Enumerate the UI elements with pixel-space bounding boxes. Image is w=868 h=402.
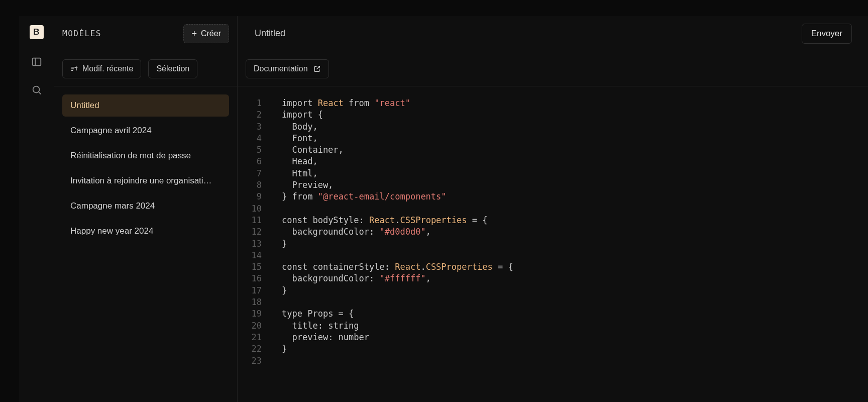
plus-icon: +: [191, 29, 197, 38]
search-icon[interactable]: [31, 84, 42, 95]
external-link-icon: [313, 65, 321, 73]
code-line[interactable]: [282, 355, 868, 367]
line-number: 8: [238, 179, 262, 191]
documentation-button[interactable]: Documentation: [246, 59, 329, 78]
line-number: 11: [238, 215, 262, 226]
template-item[interactable]: Campagne mars 2024: [62, 195, 229, 217]
code-line[interactable]: const bodyStyle: React.CSSProperties = {: [282, 215, 868, 226]
sort-icon: [70, 65, 78, 73]
code-line[interactable]: title: string: [282, 320, 868, 332]
send-label: Envoyer: [811, 29, 842, 38]
line-number: 10: [238, 203, 262, 215]
line-number: 19: [238, 308, 262, 320]
line-number: 2: [238, 109, 262, 121]
line-number: 3: [238, 121, 262, 133]
line-number: 9: [238, 191, 262, 203]
code-line[interactable]: Head,: [282, 156, 868, 167]
line-number: 5: [238, 144, 262, 156]
line-number: 14: [238, 250, 262, 261]
code-line[interactable]: }: [282, 343, 868, 355]
create-label: Créer: [201, 29, 221, 38]
icon-rail: B: [19, 16, 54, 402]
sidebar-title: MODÈLES: [62, 29, 101, 38]
code-line[interactable]: backgroundColor: "#ffffff",: [282, 273, 868, 284]
line-number: 12: [238, 226, 262, 238]
main: Untitled Envoyer Documentation 123456789…: [238, 16, 868, 402]
main-header: Untitled Envoyer: [238, 16, 868, 51]
code-line[interactable]: import {: [282, 109, 868, 121]
svg-line-3: [38, 92, 40, 94]
svg-rect-0: [32, 58, 41, 66]
line-number: 17: [238, 285, 262, 296]
code-line[interactable]: }: [282, 285, 868, 296]
sort-label: Modif. récente: [82, 64, 133, 73]
template-item[interactable]: Happy new year 2024: [62, 220, 229, 242]
line-number: 16: [238, 273, 262, 284]
code-line[interactable]: [282, 296, 868, 308]
code-line[interactable]: Container,: [282, 144, 868, 156]
line-number: 20: [238, 320, 262, 332]
line-number: 13: [238, 238, 262, 250]
code-line[interactable]: type Props = {: [282, 308, 868, 320]
template-item[interactable]: Campagne avril 2024: [62, 120, 229, 142]
line-number: 1: [238, 97, 262, 109]
sort-button[interactable]: Modif. récente: [62, 59, 141, 78]
line-number: 21: [238, 332, 262, 343]
code-line[interactable]: [282, 250, 868, 261]
svg-point-2: [33, 86, 39, 93]
line-number: 18: [238, 296, 262, 308]
logo[interactable]: B: [30, 25, 44, 39]
line-gutter: 1234567891011121314151617181920212223: [238, 97, 268, 402]
code-content[interactable]: import React from "react"import { Body, …: [268, 97, 868, 402]
template-item[interactable]: Untitled: [62, 94, 229, 117]
line-number: 22: [238, 343, 262, 355]
code-line[interactable]: Body,: [282, 121, 868, 133]
code-line[interactable]: Html,: [282, 168, 868, 179]
select-button[interactable]: Sélection: [148, 59, 197, 78]
sidebar-filters: Modif. récente Sélection: [54, 51, 237, 86]
line-number: 4: [238, 133, 262, 144]
line-number: 7: [238, 168, 262, 179]
line-number: 15: [238, 261, 262, 273]
line-number: 23: [238, 355, 262, 367]
code-line[interactable]: }: [282, 238, 868, 250]
code-line[interactable]: Font,: [282, 133, 868, 144]
code-line[interactable]: const containerStyle: React.CSSPropertie…: [282, 261, 868, 273]
code-line[interactable]: Preview,: [282, 179, 868, 191]
send-button[interactable]: Envoyer: [802, 24, 852, 44]
code-line[interactable]: [282, 203, 868, 215]
code-line[interactable]: preview: number: [282, 332, 868, 343]
sidebar-header: MODÈLES + Créer: [54, 16, 237, 51]
create-button[interactable]: + Créer: [183, 24, 229, 43]
line-number: 6: [238, 156, 262, 167]
code-line[interactable]: } from "@react-email/components": [282, 191, 868, 203]
template-item[interactable]: Réinitialisation de mot de passe: [62, 145, 229, 167]
code-line[interactable]: import React from "react": [282, 97, 868, 109]
code-editor[interactable]: 1234567891011121314151617181920212223 im…: [238, 86, 868, 402]
select-label: Sélection: [156, 64, 189, 73]
sidebar-toggle-icon[interactable]: [31, 56, 42, 67]
template-list: UntitledCampagne avril 2024Réinitialisat…: [54, 86, 237, 250]
docs-label: Documentation: [254, 64, 308, 73]
sidebar: MODÈLES + Créer Modif. récente Sélection: [54, 16, 238, 402]
template-item[interactable]: Invitation à rejoindre une organisati…: [62, 170, 229, 192]
logo-letter: B: [33, 27, 39, 37]
code-line[interactable]: backgroundColor: "#d0d0d0",: [282, 226, 868, 238]
document-title: Untitled: [255, 28, 285, 39]
main-toolbar: Documentation: [238, 51, 868, 86]
